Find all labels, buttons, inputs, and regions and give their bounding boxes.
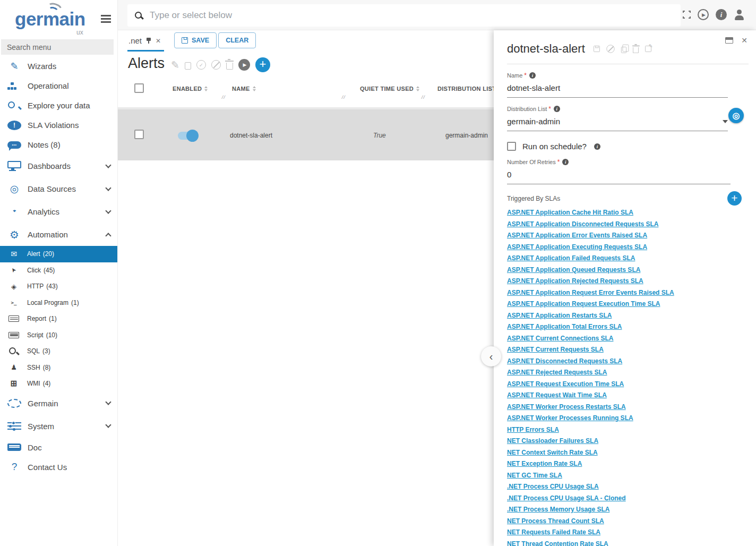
sla-link[interactable]: NET Classloader Failures SLA: [507, 438, 598, 444]
sla-link[interactable]: NET Exception Rate SLA: [507, 460, 582, 467]
sla-link[interactable]: ASP.NET Application Error Events Raised …: [507, 232, 647, 238]
sidebar-subitem[interactable]: Report (1): [0, 311, 117, 327]
sidebar-item[interactable]: Operational: [0, 76, 117, 96]
sla-link[interactable]: ASP.NET Disconnected Requests SLA: [507, 358, 622, 364]
sla-link[interactable]: ASP.NET Application Cache Hit Ratio SLA: [507, 209, 633, 216]
edit-note-icon[interactable]: [645, 46, 651, 52]
sla-link[interactable]: ASP.NET Application Disconnected Request…: [507, 221, 658, 227]
fullscreen-icon[interactable]: [683, 11, 691, 19]
sla-link[interactable]: ASP.NET Request Execution Time SLA: [507, 381, 624, 387]
play-circle-icon[interactable]: [698, 9, 709, 20]
column-header[interactable]: QUIET TIME USED: [360, 84, 419, 93]
retries-field[interactable]: 0: [507, 166, 731, 184]
info-icon[interactable]: i: [562, 159, 569, 165]
sla-link[interactable]: ASP.NET Current Requests SLA: [507, 346, 604, 353]
dropdown-caret-icon[interactable]: [723, 120, 728, 126]
sla-link[interactable]: NET GC Time SLA: [507, 472, 562, 479]
sla-link[interactable]: ASP.NET Request Wait Time SLA: [507, 392, 607, 398]
column-resize-handle[interactable]: //: [421, 95, 426, 100]
distribution-list-select[interactable]: germain-admin: [507, 113, 728, 131]
global-search-input[interactable]: [150, 10, 674, 21]
sidebar-item[interactable]: Data Sources: [0, 177, 117, 200]
ban-circle-icon[interactable]: [211, 60, 221, 70]
save-icon[interactable]: [594, 46, 600, 52]
sort-icon[interactable]: [204, 84, 208, 93]
column-resize-handle[interactable]: //: [341, 95, 346, 100]
pin-icon[interactable]: [147, 38, 151, 41]
sla-link[interactable]: ASP.NET Application Total Errors SLA: [507, 323, 622, 330]
column-header[interactable]: DISTRIBUTION LIST: [437, 84, 502, 93]
play-filled-icon[interactable]: [238, 59, 250, 71]
column-resize-handle[interactable]: //: [221, 95, 226, 100]
sidebar-item[interactable]: Wizards: [0, 56, 117, 76]
user-icon[interactable]: [734, 10, 744, 20]
sla-link[interactable]: ASP.NET Application Executing Requests S…: [507, 244, 647, 250]
duplicate-icon[interactable]: [621, 47, 626, 53]
sidebar-subitem[interactable]: SQL (3): [0, 343, 117, 360]
sidebar-item[interactable]: Explore your data: [0, 96, 117, 115]
sidebar-item[interactable]: System: [0, 415, 117, 438]
eye-preview-button[interactable]: [728, 108, 744, 123]
sort-icon[interactable]: [253, 84, 256, 93]
tab-dotnet[interactable]: .net ✕: [127, 32, 164, 52]
sidebar-item[interactable]: Analytics: [0, 200, 117, 223]
sidebar-search-input[interactable]: [1, 39, 114, 55]
trash-icon[interactable]: [633, 47, 639, 53]
select-all-checkbox[interactable]: [134, 83, 144, 93]
sidebar-subitem[interactable]: Click (45): [0, 262, 117, 279]
sla-link[interactable]: ASP.NET Worker Processes Running SLA: [507, 415, 633, 421]
info-circle-icon[interactable]: [716, 9, 727, 20]
column-header[interactable]: NAME: [232, 84, 256, 93]
run-on-schedule-checkbox[interactable]: [507, 142, 516, 151]
sla-link[interactable]: ASP.NET Worker Process Restarts SLA: [507, 404, 626, 410]
sidebar-item[interactable]: Dashboards: [0, 155, 117, 177]
add-plus-icon[interactable]: [255, 57, 270, 72]
sla-link[interactable]: NET Process Thread Count SLA: [507, 518, 604, 524]
add-sla-button[interactable]: [727, 191, 742, 206]
sla-link[interactable]: .NET Process CPU Usage SLA: [507, 483, 599, 490]
save-button[interactable]: SAVE: [174, 32, 217, 48]
sidebar-subitem[interactable]: HTTP (43): [0, 278, 117, 295]
clear-button[interactable]: CLEAR: [218, 32, 256, 48]
sidebar-subitem[interactable]: WMI (4): [0, 376, 117, 392]
sla-link[interactable]: ASP.NET Current Connections SLA: [507, 335, 613, 342]
sla-link[interactable]: ASP.NET Application Failed Requests SLA: [507, 255, 635, 261]
enabled-toggle[interactable]: [178, 132, 197, 140]
sidebar-item[interactable]: Automation: [0, 223, 117, 246]
info-icon[interactable]: i: [594, 143, 600, 150]
window-icon[interactable]: [725, 37, 733, 44]
panel-close-icon[interactable]: ✕: [741, 36, 748, 45]
edit-pencil-icon[interactable]: [171, 59, 179, 71]
approve-circle-icon[interactable]: [196, 60, 206, 70]
sidebar-item[interactable]: Doc: [0, 438, 117, 457]
sidebar-item[interactable]: Notes (8): [0, 135, 117, 155]
sidebar-subitem[interactable]: SSH (8): [0, 360, 117, 376]
sla-link[interactable]: HTTP Errors SLA: [507, 426, 559, 433]
sla-link[interactable]: ASP.NET Application Request Execution Ti…: [507, 301, 660, 307]
sla-link[interactable]: NET Context Switch Rate SLA: [507, 449, 598, 456]
sla-link[interactable]: NET Requests Failed Rate SLA: [507, 529, 600, 535]
sla-link[interactable]: ASP.NET Application Request Error Events…: [507, 289, 674, 296]
sort-icon[interactable]: [416, 84, 419, 93]
sla-link[interactable]: ASP.NET Application Queued Requests SLA: [507, 267, 640, 273]
sidebar-item[interactable]: Germain: [0, 392, 117, 415]
sla-link[interactable]: .NET Process Memory Usage SLA: [507, 506, 609, 513]
sla-link[interactable]: .NET Process CPU Usage SLA - Cloned: [507, 495, 626, 501]
info-icon[interactable]: i: [554, 106, 560, 112]
sidebar-item[interactable]: Contact Us: [0, 457, 117, 477]
sla-link[interactable]: NET Thread Contention Rate SLA: [507, 541, 608, 546]
sidebar-item[interactable]: SLA Violations: [0, 115, 117, 135]
duplicate-icon[interactable]: [185, 62, 191, 70]
sidebar-subitem[interactable]: Local Program (1): [0, 295, 117, 311]
name-field[interactable]: dotnet-sla-alert: [507, 79, 728, 98]
sidebar-subitem[interactable]: Script (10): [0, 327, 117, 344]
sla-link[interactable]: ASP.NET Rejected Requests SLA: [507, 369, 607, 376]
tab-close-icon[interactable]: ✕: [156, 37, 161, 45]
ban-circle-icon[interactable]: [606, 45, 614, 53]
sla-link[interactable]: ASP.NET Application Rejected Requests SL…: [507, 278, 643, 284]
row-checkbox[interactable]: [134, 130, 144, 139]
hamburger-menu-icon[interactable]: [101, 15, 111, 16]
sidebar-subitem[interactable]: Alert (20): [0, 246, 117, 262]
info-icon[interactable]: i: [529, 72, 536, 79]
sla-link[interactable]: ASP.NET Application Restarts SLA: [507, 312, 612, 319]
